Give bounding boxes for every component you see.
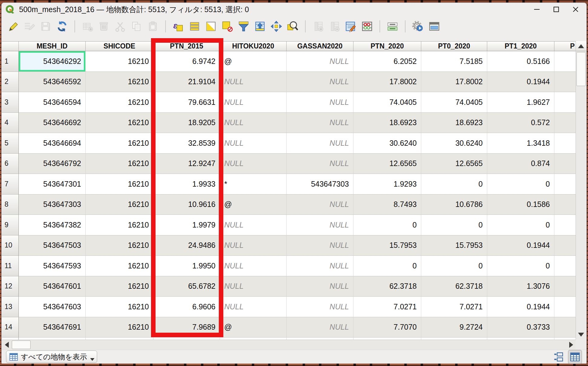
cell[interactable] [554,276,576,297]
row-number[interactable]: 7 [2,174,19,195]
cell[interactable] [554,92,576,113]
close-button[interactable] [566,3,585,16]
cell[interactable]: 16210 [86,235,153,256]
cell[interactable]: 1.9627 [487,92,554,113]
cell[interactable]: NULL [287,113,353,133]
cell[interactable]: NULL [220,215,287,235]
cell[interactable]: 7.7070 [353,317,421,338]
cell[interactable]: 0.5166 [487,51,554,72]
cell[interactable] [554,317,576,338]
cell[interactable]: 0 [487,215,554,235]
cell[interactable]: 74.0405 [421,92,487,113]
cell[interactable]: 9.2724 [421,317,487,338]
filter-form-button[interactable] [236,19,251,34]
cell[interactable]: 79.6631 [153,92,220,113]
row-number[interactable]: 10 [2,235,19,256]
cell[interactable]: NULL [287,256,353,276]
cell[interactable] [554,51,576,72]
cell[interactable] [554,113,576,133]
cell[interactable]: 0 [487,174,554,195]
cell[interactable]: 543647691 [19,317,86,338]
select-all-button[interactable] [187,19,202,34]
cell[interactable]: 1.9293 [353,174,421,195]
column-header-PTN_2015[interactable]: PTN_2015 [153,41,220,51]
cell[interactable]: 543646692 [19,113,86,133]
cell[interactable]: 1.9950 [153,256,220,276]
cell[interactable]: 543646594 [19,92,86,113]
cell[interactable]: NULL [287,235,353,256]
reload-button[interactable] [55,19,69,34]
cell[interactable]: 6.9606 [153,297,220,317]
cell[interactable]: NULL [220,113,287,133]
cell[interactable]: 0 [487,256,554,276]
move-selection-top-button[interactable] [253,19,267,34]
row-number[interactable]: 14 [2,317,19,338]
cell[interactable]: @ [220,195,287,215]
cell[interactable]: 16210 [86,297,153,317]
cell[interactable]: 18.6923 [421,113,487,133]
cell[interactable] [554,297,576,317]
table-view-button[interactable] [568,350,582,364]
cell[interactable]: NULL [220,92,287,113]
titlebar[interactable]: 500m_mesh_2018_16 — 地物数合計: 5513, フィルタ: 5… [2,3,586,16]
cell[interactable]: 543647303 [287,174,353,195]
dock-table-button[interactable] [427,19,442,34]
cell[interactable]: 543647382 [19,215,86,235]
vertical-scrollbar-thumb[interactable] [577,52,586,86]
cell[interactable]: 10.9616 [153,195,220,215]
row-number[interactable]: 4 [2,113,19,133]
cell[interactable]: 7.0271 [353,297,421,317]
cell[interactable]: 0.1944 [487,235,554,256]
scroll-up-button[interactable] [576,41,586,51]
cell[interactable]: NULL [220,235,287,256]
horizontal-scrollbar[interactable] [2,340,576,350]
cell[interactable]: 17.8002 [421,72,487,92]
cell[interactable]: 16210 [86,174,153,195]
vertical-scrollbar[interactable] [576,41,586,340]
cell[interactable] [554,235,576,256]
cell[interactable]: 0.1586 [487,195,554,215]
column-header-HITOKU2020[interactable]: HITOKU2020 [220,41,287,51]
cell[interactable]: 1.9979 [153,215,220,235]
cell[interactable]: 16210 [86,195,153,215]
cell[interactable]: NULL [287,72,353,92]
column-header-P[interactable]: P [554,41,576,51]
cell[interactable]: NULL [220,297,287,317]
select-by-expression-button[interactable]: ε [171,19,186,34]
corner-header[interactable] [2,41,19,51]
cell[interactable] [554,215,576,235]
row-number[interactable]: 9 [2,215,19,235]
horizontal-scrollbar-thumb[interactable] [12,341,31,349]
cell[interactable]: 16210 [86,113,153,133]
cell[interactable]: NULL [220,154,287,174]
cell[interactable]: 0.1944 [487,72,554,92]
cell[interactable]: 17.8002 [353,72,421,92]
cell[interactable]: 30.6240 [421,133,487,154]
cell[interactable] [554,133,576,154]
row-number[interactable]: 12 [2,276,19,297]
cell[interactable]: 543646694 [19,133,86,154]
feature-filter-button[interactable]: すべての地物を表示 [6,351,97,363]
column-header-PTN_2020[interactable]: PTN_2020 [353,41,421,51]
cell[interactable]: NULL [287,276,353,297]
cell[interactable]: 0.572 [487,113,554,133]
cell[interactable]: NULL [287,317,353,338]
cell[interactable]: 15.7953 [353,235,421,256]
cell[interactable]: NULL [220,133,287,154]
row-number[interactable]: 2 [2,72,19,92]
cell[interactable]: 16210 [86,215,153,235]
cell[interactable]: 30.6240 [353,133,421,154]
cell[interactable]: NULL [287,195,353,215]
column-header-PT1_2020[interactable]: PT1_2020 [487,41,554,51]
cell[interactable]: NULL [287,92,353,113]
cell[interactable]: 21.9104 [153,72,220,92]
deselect-all-button[interactable] [220,19,235,34]
cell[interactable]: 0 [353,256,421,276]
cell[interactable]: 16210 [86,154,153,174]
pan-to-selection-button[interactable] [269,19,284,34]
organize-columns-button[interactable] [385,19,400,34]
cell[interactable]: 543647603 [19,297,86,317]
row-number[interactable]: 5 [2,133,19,154]
cell[interactable]: 0.1944 [487,297,554,317]
row-number[interactable]: 3 [2,92,19,113]
